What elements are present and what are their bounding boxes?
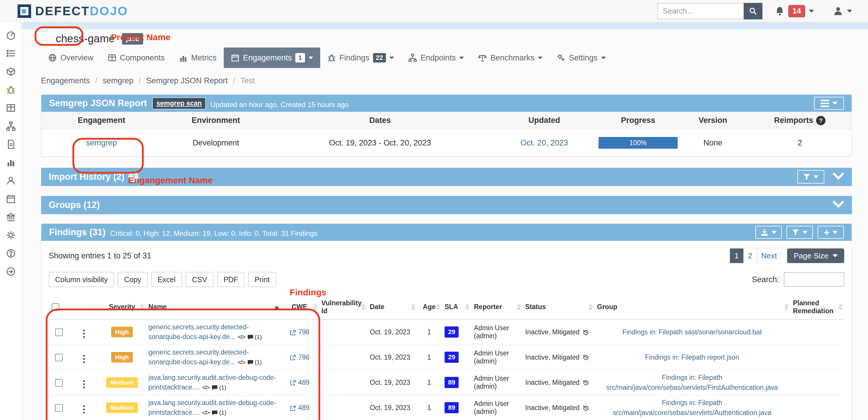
engagements-box-icon[interactable]: [6, 66, 16, 77]
global-search-button[interactable]: [744, 3, 763, 19]
user-menu[interactable]: [833, 6, 852, 17]
column-visibility-button[interactable]: Column visibility: [49, 272, 114, 287]
users-icon[interactable]: [6, 175, 16, 186]
col-header-cwe[interactable]: CWE: [280, 295, 318, 320]
breadcrumb-test[interactable]: Semgrep JSON Report: [146, 76, 228, 85]
page-2-button[interactable]: 2: [743, 248, 757, 263]
engagement-link[interactable]: semgrep: [86, 139, 117, 148]
updated-date-link[interactable]: Oct. 20, 2023: [521, 139, 568, 148]
logout-icon[interactable]: [6, 266, 16, 277]
row-actions-kebab-icon[interactable]: [82, 404, 86, 415]
col-header-planned-remediation[interactable]: Planned Remediation: [790, 295, 844, 320]
collapse-chevron-icon[interactable]: [833, 172, 844, 182]
col-header-severity[interactable]: Severity: [98, 295, 146, 320]
cwe-link[interactable]: 798: [298, 328, 309, 336]
page-1-button[interactable]: 1: [730, 248, 743, 263]
copy-button[interactable]: Copy: [118, 272, 148, 287]
test-actions-menu-button[interactable]: [814, 97, 844, 110]
group-link[interactable]: Findings in: Filepath sast/sonar/sonarcl…: [622, 328, 762, 336]
col-header-status[interactable]: Status: [522, 295, 594, 320]
finding-name-link[interactable]: generic.secrets.security.detected-sonarq…: [148, 349, 249, 366]
notifications-menu[interactable]: 14: [775, 5, 814, 17]
row-actions-kebab-icon[interactable]: [82, 354, 86, 364]
col-header-reporter[interactable]: Reporter: [471, 295, 522, 320]
metrics-chart-icon[interactable]: [6, 157, 16, 168]
tab-benchmarks[interactable]: Benchmarks: [471, 48, 550, 68]
date-cell: Oct. 19, 2023: [367, 395, 417, 420]
date-cell: Oct. 19, 2023: [367, 370, 417, 395]
reports-file-icon[interactable]: [6, 139, 16, 150]
row-actions-kebab-icon[interactable]: [82, 329, 86, 339]
help-icon[interactable]: [6, 248, 16, 259]
cwe-link[interactable]: 489: [298, 404, 309, 412]
logo-icon: [18, 4, 31, 18]
components-grid-icon[interactable]: [6, 103, 16, 113]
import-history-panel-header[interactable]: Import History (2) ?: [41, 168, 852, 186]
pdf-button[interactable]: PDF: [217, 272, 245, 287]
history-icon[interactable]: [582, 329, 589, 336]
environment-value: Development: [162, 129, 270, 156]
table-search-input[interactable]: [784, 272, 844, 287]
cwe-link[interactable]: 798: [298, 353, 309, 361]
defectdojo-logo[interactable]: DEFECTDOJO: [18, 4, 128, 18]
findings-filter-button[interactable]: [786, 226, 813, 239]
row-checkbox[interactable]: [55, 329, 63, 336]
scan-type-badge[interactable]: semgrep scan: [152, 97, 206, 110]
tab-overview[interactable]: Overview: [41, 48, 101, 68]
cwe-link[interactable]: 489: [298, 379, 309, 386]
breadcrumb-engagement[interactable]: semgrep: [103, 76, 133, 85]
select-all-checkbox[interactable]: [52, 303, 59, 311]
history-icon[interactable]: [582, 405, 589, 412]
groups-panel-header[interactable]: Groups (12): [41, 196, 852, 214]
import-history-filter-button[interactable]: [797, 170, 824, 184]
code-icon: </>: [238, 334, 245, 340]
row-checkbox[interactable]: [55, 354, 63, 361]
col-header-age[interactable]: Age: [417, 295, 442, 320]
endpoints-sitemap-icon[interactable]: [6, 121, 16, 131]
group-link[interactable]: Findings in: Filepath src/main/java/core…: [606, 374, 778, 392]
select-all-header[interactable]: [49, 295, 69, 320]
row-checkbox[interactable]: [55, 379, 63, 387]
history-icon[interactable]: [582, 379, 589, 386]
breadcrumb-engagements[interactable]: Engagements: [41, 76, 90, 85]
tab-settings[interactable]: Settings: [550, 48, 613, 68]
col-header-group[interactable]: Group: [594, 295, 790, 320]
excel-button[interactable]: Excel: [151, 272, 182, 287]
row-checkbox[interactable]: [55, 404, 63, 412]
chevron-down-icon: [538, 57, 542, 59]
group-link[interactable]: Findings in: Filepath report.json: [645, 353, 739, 361]
age-cell: 1: [417, 344, 442, 370]
tab-components[interactable]: Components: [101, 48, 172, 68]
help-icon[interactable]: ?: [128, 172, 138, 182]
csv-button[interactable]: CSV: [186, 272, 214, 287]
tab-metrics[interactable]: Metrics: [172, 48, 224, 68]
print-button[interactable]: Print: [248, 272, 276, 287]
page-title-product-name[interactable]: chess-game: [56, 33, 115, 45]
findings-download-button[interactable]: [755, 226, 782, 239]
tab-endpoints[interactable]: Endpoints: [401, 48, 471, 68]
col-header-date[interactable]: Date: [367, 295, 417, 320]
collapse-chevron-icon[interactable]: [833, 200, 844, 210]
history-icon[interactable]: [582, 354, 589, 361]
settings-gear-icon[interactable]: [6, 230, 16, 240]
global-search-input[interactable]: [657, 3, 744, 19]
col-header-sla[interactable]: SLA: [442, 295, 471, 320]
row-actions-kebab-icon[interactable]: [82, 379, 86, 390]
tab-findings[interactable]: Findings 22: [320, 48, 401, 68]
findings-add-button[interactable]: +: [817, 226, 844, 239]
tab-engagements[interactable]: Engagements 1: [224, 48, 320, 68]
group-link[interactable]: Findings in: Filepath src/main/java/core…: [613, 399, 772, 417]
next-page-button[interactable]: Next: [757, 248, 781, 263]
dashboard-icon[interactable]: [6, 30, 16, 40]
finding-name-link[interactable]: generic.secrets.security.detected-sonarq…: [148, 323, 249, 340]
benchmarks-bank-icon[interactable]: [6, 212, 16, 222]
help-icon[interactable]: ?: [816, 116, 826, 125]
col-header-name[interactable]: Name: [146, 295, 280, 320]
search-icon: [749, 7, 757, 16]
col-header-vulnerability-id[interactable]: Vulnerability Id: [318, 295, 367, 320]
page-size-button[interactable]: Page Size: [787, 248, 844, 263]
findings-bug-icon[interactable]: [6, 85, 16, 95]
findings-summary: Critical: 0, High: 12, Medium: 19, Low: …: [110, 229, 318, 238]
products-list-icon[interactable]: [6, 48, 16, 59]
calendar-icon[interactable]: [6, 193, 16, 204]
